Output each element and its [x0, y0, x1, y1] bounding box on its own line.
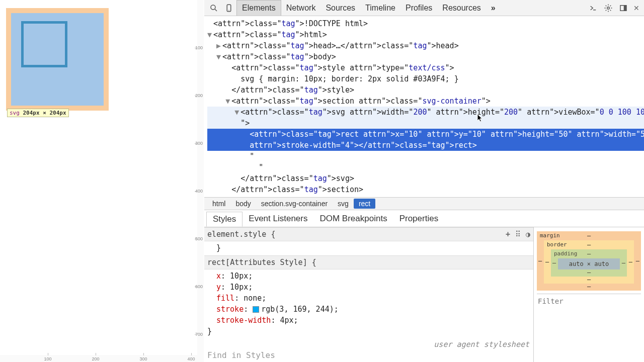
inspect-button[interactable] — [206, 2, 221, 15]
style-prop[interactable]: stroke: rgb(3, 169, 244); — [216, 304, 530, 315]
ruler-horizontal: 100200300400 — [0, 355, 204, 362]
svg-rect-preview — [21, 21, 67, 67]
dom-line[interactable]: </attrn">class="tag">svg> — [207, 173, 644, 184]
dock-icon — [619, 4, 628, 13]
subtab-styles[interactable]: Styles — [206, 212, 243, 227]
element-tooltip: svg 204px × 204px — [7, 109, 69, 117]
page-preview: svg 204px × 204px 100200300400500600700 … — [0, 0, 204, 362]
dom-line[interactable]: <attrn">class="tag">rect attrn">x="10" a… — [207, 129, 644, 140]
filter-input[interactable] — [538, 297, 640, 305]
show-console-button[interactable] — [586, 2, 601, 15]
dom-line[interactable]: </attrn">class="tag">style> — [207, 84, 644, 96]
expand-arrow-icon[interactable]: ▶ — [216, 40, 222, 51]
settings-button[interactable] — [601, 2, 616, 15]
animations-icon[interactable]: ◑ — [526, 229, 530, 240]
dom-line[interactable]: ▼<attrn">class="tag">section attrn">clas… — [207, 96, 644, 107]
tab-timeline[interactable]: Timeline — [360, 0, 400, 16]
dom-line[interactable]: </attrn">class="tag">body> — [207, 195, 644, 197]
crumb-svg[interactable]: svg — [333, 199, 354, 209]
console-icon — [589, 4, 598, 13]
bm-content[interactable]: auto × auto — [558, 258, 620, 269]
subtab-event-listeners[interactable]: Event Listeners — [243, 212, 313, 226]
dom-line[interactable]: </attrn">class="tag">section> — [207, 184, 644, 195]
bm-margin[interactable]: margin –––– border –––– padding –––– aut… — [537, 231, 641, 291]
dom-breadcrumb: htmlbodysection.svg-containersvgrect — [204, 197, 644, 210]
expand-arrow-icon[interactable]: ▼ — [225, 96, 231, 107]
dom-line[interactable]: " — [207, 151, 644, 162]
style-prop[interactable]: y: 10px; — [216, 282, 530, 293]
box-model-pane: margin –––– border –––– padding –––– aut… — [533, 227, 644, 362]
dom-line[interactable]: ▼<attrn">class="tag">html> — [207, 29, 644, 40]
devtools-toolbar: ElementsNetworkSourcesTimelineProfilesRe… — [204, 0, 644, 16]
gear-icon — [604, 4, 613, 13]
dom-line[interactable]: svg { margin: 10px; border: 2px solid #0… — [207, 73, 644, 84]
svg-point-3 — [228, 10, 229, 11]
svg-rect-7 — [624, 5, 626, 11]
tab-elements[interactable]: Elements — [236, 0, 281, 16]
new-rule-icon[interactable]: + — [506, 229, 510, 240]
subtab-dom-breakpoints[interactable]: DOM Breakpoints — [313, 212, 393, 226]
dom-line[interactable]: ▼<attrn">class="tag">body> — [207, 51, 644, 62]
dom-line[interactable]: ▶<attrn">class="tag">head>…</attrn">clas… — [207, 40, 644, 51]
tab-sources[interactable]: Sources — [320, 0, 360, 16]
expand-arrow-icon[interactable]: ▼ — [234, 107, 240, 118]
crumb-html[interactable]: html — [207, 199, 230, 209]
overflow-tabs[interactable]: » — [486, 4, 501, 13]
expand-arrow-icon[interactable]: ▼ — [207, 29, 213, 40]
find-in-styles[interactable]: Find in Styles — [207, 350, 418, 361]
crumb-section-svg-container[interactable]: section.svg-container — [256, 199, 333, 209]
style-prop[interactable]: stroke-width: 4px; — [216, 315, 530, 326]
devtools-panel: ElementsNetworkSourcesTimelineProfilesRe… — [204, 0, 644, 362]
close-devtools-button[interactable]: ✕ — [631, 4, 642, 12]
user-agent-note: user agent stylesheet — [204, 339, 533, 350]
expand-arrow-icon[interactable]: ▼ — [216, 51, 222, 62]
dom-tree[interactable]: <attrn">class="tag">!DOCTYPE html>▼<attr… — [204, 16, 644, 197]
style-prop[interactable]: fill: none; — [216, 293, 530, 304]
crumb-rect[interactable]: rect — [354, 199, 375, 209]
svg-point-0 — [211, 5, 215, 10]
search-icon — [209, 4, 218, 13]
dom-line[interactable]: attrn">stroke-width="4"></attrn">class="… — [207, 140, 644, 151]
styles-filter[interactable] — [537, 294, 641, 306]
svg-point-5 — [607, 7, 610, 9]
tab-network[interactable]: Network — [281, 0, 321, 16]
dom-line[interactable]: <attrn">class="tag">!DOCTYPE html> — [207, 18, 644, 29]
rule-attributes-style[interactable]: rect[Attributes Style] { — [204, 255, 533, 269]
bm-border[interactable]: border –––– padding –––– auto × auto — [544, 240, 634, 284]
dom-line[interactable]: <attrn">class="tag">style attrn">type="t… — [207, 62, 644, 73]
panel-tabs: ElementsNetworkSourcesTimelineProfilesRe… — [236, 0, 486, 16]
tab-profiles[interactable]: Profiles — [400, 0, 437, 16]
ruler-vertical: 100200300400500600700 — [197, 0, 204, 362]
tab-resources[interactable]: Resources — [437, 0, 486, 16]
styles-subtabs: StylesEvent ListenersDOM BreakpointsProp… — [204, 210, 644, 227]
bm-padding[interactable]: padding –––– auto × auto — [551, 249, 627, 277]
subtab-properties[interactable]: Properties — [393, 212, 444, 226]
phone-icon — [224, 4, 233, 13]
svg-line-1 — [215, 9, 217, 11]
rule-element-style[interactable]: element.style { + ⠿ ◑ — [204, 227, 533, 241]
styles-wrap: element.style { + ⠿ ◑ } rect[Attributes … — [204, 227, 644, 362]
color-swatch[interactable] — [253, 306, 259, 313]
device-mode-button[interactable] — [221, 2, 236, 15]
toggle-state-icon[interactable]: ⠿ — [515, 229, 521, 240]
dom-line[interactable]: " — [207, 162, 644, 173]
dom-line[interactable]: ▼<attrn">class="tag">svg attrn">width="2… — [207, 107, 644, 118]
dom-line[interactable]: "> — [207, 118, 644, 129]
style-prop[interactable]: x: 10px; — [216, 270, 530, 282]
crumb-body[interactable]: body — [230, 199, 256, 209]
dock-button[interactable] — [616, 2, 631, 15]
styles-pane[interactable]: element.style { + ⠿ ◑ } rect[Attributes … — [204, 227, 533, 362]
